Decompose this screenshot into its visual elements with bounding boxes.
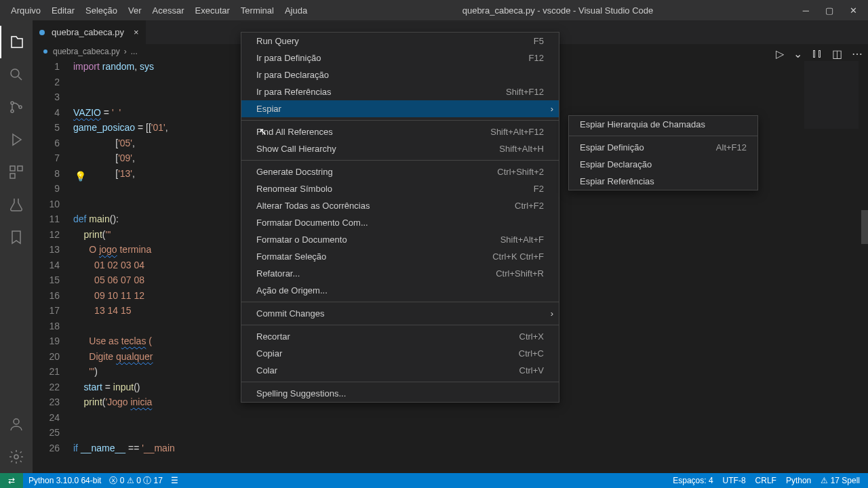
python-version[interactable]: Python 3.10.0 64-bit: [28, 476, 101, 485]
menu-item[interactable]: Formatar SeleçãoCtrl+K Ctrl+F: [241, 248, 559, 265]
eol-status[interactable]: CRLF: [755, 476, 776, 485]
menu-item[interactable]: Espiar DefiniçãoAlt+F12: [569, 139, 757, 156]
menu-item-shortcut: Ctrl+V: [519, 365, 544, 375]
chevron-right-icon: ›: [551, 308, 553, 319]
debug-icon[interactable]: [0, 123, 33, 156]
menu-item[interactable]: Espiar›: [241, 100, 559, 117]
modified-dot-icon: [39, 30, 45, 35]
menu-item[interactable]: Espiar Referências: [569, 173, 757, 190]
chevron-right-icon: ›: [551, 104, 553, 114]
close-window-icon[interactable]: ✕: [850, 5, 857, 16]
menu-item-shortcut: Ctrl+F2: [515, 201, 544, 211]
menu-item-label: Ir para Declaração: [256, 70, 329, 80]
menu-item[interactable]: Show Call HierarchyShift+Alt+H: [241, 140, 559, 157]
menu-item-label: Formatar o Documento: [256, 235, 347, 245]
breadcrumb-more[interactable]: ...: [131, 47, 138, 56]
menu-item[interactable]: Formatar Documento Com...: [241, 214, 559, 231]
menu-executar[interactable]: Executar: [190, 5, 235, 16]
activity-bar: [0, 20, 33, 473]
statusbar: ⇄ Python 3.10.0 64-bit ⓧ 0 ⚠ 0 ⓘ 17 ☰ Es…: [0, 473, 868, 488]
menu-item-shortcut: Shift+Alt+H: [499, 144, 544, 154]
menu-item-shortcut: Ctrl+X: [519, 331, 544, 342]
context-menu: Run QueryF5Ir para DefiniçãoF12Ir para D…: [241, 32, 559, 403]
menu-item[interactable]: Find All ReferencesShift+Alt+F12: [241, 123, 559, 140]
menu-item[interactable]: Ir para Declaração: [241, 66, 559, 83]
menu-item[interactable]: ColarCtrl+V: [241, 362, 559, 379]
svg-point-0: [11, 69, 19, 77]
menu-item[interactable]: Ir para DefiniçãoF12: [241, 49, 559, 66]
menu-acessar[interactable]: Acessar: [147, 5, 190, 16]
menu-item[interactable]: Run QueryF5: [241, 33, 559, 49]
minimap[interactable]: [804, 61, 859, 129]
maximize-icon[interactable]: ▢: [825, 5, 833, 16]
menu-item[interactable]: Commit Changes›: [241, 305, 559, 322]
titlebar: ArquivoEditarSeleçãoVerAcessarExecutarTe…: [0, 0, 868, 20]
gear-icon[interactable]: [0, 441, 33, 473]
menu-item-shortcut: Shift+Alt+F: [500, 235, 544, 245]
spell-status[interactable]: ⚠ 17 Spell: [821, 476, 860, 485]
menu-item[interactable]: Refatorar...Ctrl+Shift+R: [241, 265, 559, 282]
menu-item-label: Generate Docstring: [256, 167, 333, 177]
menu-item-label: Recortar: [256, 331, 290, 342]
menu-item-shortcut: Ctrl+Shift+2: [497, 167, 544, 177]
menu-item[interactable]: Alterar Todas as OcorrênciasCtrl+F2: [241, 197, 559, 214]
menu-item-shortcut: Ctrl+C: [519, 348, 544, 359]
language-status[interactable]: Python: [786, 476, 811, 485]
menu-editar[interactable]: Editar: [46, 5, 80, 16]
menu-item[interactable]: Espiar Declaração: [569, 156, 757, 173]
menu-item-label: Formatar Seleção: [256, 251, 326, 262]
menu-item-label: Espiar Declaração: [580, 159, 652, 169]
menu-item-label: Renomear Símbolo: [256, 184, 332, 194]
svg-point-8: [14, 455, 18, 459]
menu-item-label: Refatorar...: [256, 268, 300, 279]
remote-icon[interactable]: ⇄: [0, 473, 23, 488]
minimize-icon[interactable]: ─: [803, 5, 809, 16]
tab-label: quebra_cabeca.py: [52, 27, 124, 37]
menu-ver[interactable]: Ver: [123, 5, 147, 16]
scrollbar-vertical[interactable]: [859, 61, 868, 473]
menu-item-shortcut: F12: [529, 53, 544, 63]
menu-item-label: Ir para Referências: [256, 87, 332, 97]
menu-item-shortcut: Ctrl+K Ctrl+F: [492, 251, 544, 262]
menu-item[interactable]: CopiarCtrl+C: [241, 345, 559, 362]
breadcrumb-dot-icon: [43, 49, 47, 54]
menu-item-shortcut: F5: [534, 36, 544, 46]
menu-arquivo[interactable]: Arquivo: [5, 5, 46, 16]
tab-file[interactable]: quebra_cabeca.py ×: [33, 20, 146, 44]
indent-icon[interactable]: ☰: [171, 476, 178, 485]
extensions-icon[interactable]: [0, 156, 33, 188]
testing-icon[interactable]: [0, 188, 33, 221]
menu-terminal[interactable]: Terminal: [235, 5, 279, 16]
menu-seleção[interactable]: Seleção: [80, 5, 123, 16]
bookmark-icon[interactable]: [0, 221, 33, 253]
problems-status[interactable]: ⓧ 0 ⚠ 0 ⓘ 17: [109, 475, 162, 487]
breadcrumb-file[interactable]: quebra_cabeca.py: [53, 47, 120, 56]
scm-icon[interactable]: [0, 91, 33, 123]
lightbulb-icon[interactable]: 💡: [75, 169, 86, 184]
menu-item-label: Formatar Documento Com...: [256, 218, 368, 228]
menu-item[interactable]: Generate DocstringCtrl+Shift+2: [241, 163, 559, 180]
svg-rect-5: [18, 166, 22, 171]
menu-item[interactable]: Formatar o DocumentoShift+Alt+F: [241, 231, 559, 248]
menu-item[interactable]: Renomear SímboloF2: [241, 180, 559, 197]
menu-item[interactable]: RecortarCtrl+X: [241, 328, 559, 345]
menu-item-label: Colar: [256, 365, 277, 375]
menu-item-label: Ir para Definição: [256, 53, 321, 63]
explorer-icon[interactable]: [0, 26, 33, 58]
context-submenu: Espiar Hierarquia de ChamadasEspiar Defi…: [568, 115, 758, 190]
account-icon[interactable]: [0, 408, 33, 441]
menu-ajuda[interactable]: Ajuda: [279, 5, 313, 16]
menu-item[interactable]: Ir para ReferênciasShift+F12: [241, 83, 559, 100]
menu-item-label: Commit Changes: [256, 308, 324, 319]
spaces-status[interactable]: Espaços: 4: [673, 476, 713, 485]
close-tab-icon[interactable]: ×: [134, 27, 139, 37]
menu-item[interactable]: Espiar Hierarquia de Chamadas: [569, 116, 757, 133]
search-icon[interactable]: [0, 58, 33, 91]
menu-item[interactable]: Spelling Suggestions...: [241, 385, 559, 402]
menu-item[interactable]: Ação de Origem...: [241, 282, 559, 299]
svg-point-2: [11, 110, 14, 113]
chevron-right-icon: ›: [124, 47, 127, 56]
svg-point-7: [14, 419, 19, 424]
encoding-status[interactable]: UTF-8: [723, 476, 746, 485]
menu-item-label: Espiar Referências: [580, 176, 654, 186]
